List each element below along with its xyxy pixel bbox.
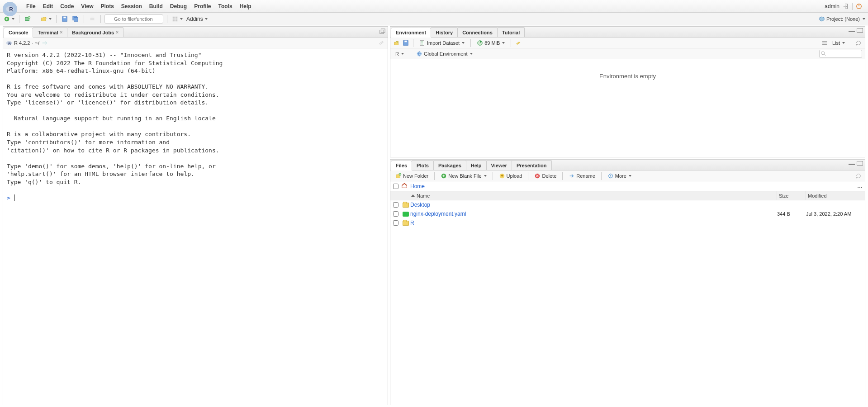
save-button[interactable]	[60, 14, 69, 24]
print-button[interactable]	[88, 14, 97, 24]
delete-button[interactable]: Delete	[532, 172, 559, 180]
open-wd-icon[interactable]	[41, 39, 48, 47]
minimize-icon[interactable]	[849, 164, 855, 165]
more-button[interactable]: More	[605, 172, 634, 180]
goto-input[interactable]	[104, 14, 163, 24]
menu-code[interactable]: Code	[57, 1, 77, 11]
env-scope-select[interactable]: Global Environment	[414, 50, 475, 57]
memory-usage-button[interactable]: 89 MiB	[474, 39, 507, 47]
close-icon[interactable]: ×	[116, 30, 119, 35]
select-all-checkbox[interactable]	[393, 184, 398, 189]
svg-rect-10	[74, 17, 78, 21]
save-all-button[interactable]	[71, 14, 80, 24]
tab-environment[interactable]: Environment	[391, 28, 431, 38]
col-size[interactable]: Size	[777, 191, 806, 200]
env-tabstrip: EnvironmentHistoryConnectionsTutorial	[390, 27, 865, 38]
menu-help[interactable]: Help	[236, 1, 255, 11]
home-icon[interactable]	[401, 182, 408, 190]
breadcrumb-home[interactable]: Home	[410, 183, 425, 189]
new-project-button[interactable]	[23, 14, 32, 24]
clear-env-icon[interactable]	[515, 39, 522, 47]
clear-console-icon[interactable]	[378, 39, 385, 47]
save-workspace-icon[interactable]	[402, 39, 409, 47]
env-lang-select[interactable]: R	[393, 51, 406, 57]
env-search[interactable]	[819, 50, 862, 58]
path-more-icon[interactable]: …	[857, 183, 863, 189]
tab-background-jobs[interactable]: Background Jobs×	[67, 27, 123, 37]
files-breadcrumb: Home …	[390, 181, 865, 191]
close-icon[interactable]: ×	[60, 30, 62, 35]
working-dir-label: ~/	[35, 40, 39, 46]
files-tabstrip: FilesPlotsPackagesHelpViewerPresentation	[390, 160, 865, 170]
svg-rect-14	[175, 16, 177, 18]
file-link[interactable]: Desktop	[410, 202, 430, 208]
project-indicator[interactable]: Project: (None)	[819, 16, 865, 22]
signout-icon[interactable]	[842, 3, 849, 10]
open-file-button[interactable]	[40, 14, 52, 24]
file-checkbox[interactable]	[393, 211, 398, 217]
rstudio-logo: R	[3, 2, 17, 16]
tab-tutorial[interactable]: Tutorial	[497, 27, 525, 37]
env-scope-bar: R Global Environment	[390, 48, 865, 59]
col-modified[interactable]: Modified	[806, 191, 865, 200]
new-folder-button[interactable]: New Folder	[393, 172, 431, 180]
svg-rect-18	[381, 29, 385, 33]
menu-tools[interactable]: Tools	[215, 1, 236, 11]
tab-plots[interactable]: Plots	[412, 160, 434, 170]
tab-history[interactable]: History	[431, 27, 458, 37]
svg-rect-17	[380, 30, 384, 34]
file-link[interactable]: R	[410, 220, 414, 226]
tab-help[interactable]: Help	[466, 160, 487, 170]
tab-viewer[interactable]: Viewer	[486, 160, 512, 170]
file-checkbox[interactable]	[393, 202, 398, 208]
upload-button[interactable]: Upload	[497, 172, 525, 180]
yaml-file-icon	[403, 212, 409, 217]
file-list: Desktopnginx-deployment.yaml344 BJul 3, …	[390, 200, 865, 405]
svg-point-33	[610, 175, 612, 176]
load-workspace-icon[interactable]	[393, 39, 400, 47]
refresh-env-icon[interactable]	[855, 39, 862, 47]
rename-button[interactable]: Rename	[566, 172, 598, 180]
env-toolbar: Import Dataset 89 MiB List	[390, 38, 865, 48]
import-dataset-button[interactable]: Import Dataset	[417, 39, 467, 47]
file-row[interactable]: R	[390, 218, 865, 227]
svg-line-27	[824, 54, 826, 56]
tab-packages[interactable]: Packages	[433, 160, 466, 170]
menu-edit[interactable]: Edit	[39, 1, 57, 11]
power-icon[interactable]	[855, 3, 863, 10]
menu-build[interactable]: Build	[146, 1, 166, 11]
pane-detach-icon[interactable]	[379, 28, 386, 35]
svg-rect-22	[404, 40, 407, 42]
svg-text:R: R	[9, 6, 13, 12]
menu-plots[interactable]: Plots	[97, 1, 117, 11]
menubar: R FileEditCodeViewPlotsSessionBuildDebug…	[0, 0, 868, 13]
file-checkbox[interactable]	[393, 220, 398, 226]
console-output[interactable]: R version 4.2.2 (2022-10-31) -- "Innocen…	[3, 48, 388, 405]
maximize-icon[interactable]	[857, 28, 863, 33]
goto-file-function[interactable]	[104, 14, 163, 24]
tab-files[interactable]: Files	[391, 161, 412, 170]
col-name[interactable]: Name	[401, 191, 777, 200]
menu-profile[interactable]: Profile	[190, 1, 214, 11]
tab-presentation[interactable]: Presentation	[512, 160, 552, 170]
env-view-mode[interactable]: List	[830, 40, 847, 46]
tab-connections[interactable]: Connections	[457, 27, 498, 37]
file-row[interactable]: nginx-deployment.yaml344 BJul 3, 2022, 2…	[390, 209, 865, 218]
menu-session[interactable]: Session	[118, 1, 146, 11]
file-link[interactable]: nginx-deployment.yaml	[410, 211, 466, 217]
menu-view[interactable]: View	[77, 1, 97, 11]
list-view-icon[interactable]	[821, 39, 828, 47]
file-row[interactable]: Desktop	[390, 200, 865, 209]
svg-rect-12	[91, 16, 93, 18]
addins-button[interactable]: Addins	[185, 14, 209, 24]
tab-console[interactable]: Console	[4, 28, 33, 38]
new-blank-file-button[interactable]: New Blank File	[438, 172, 489, 180]
svg-rect-15	[173, 19, 175, 21]
grid-button[interactable]	[171, 14, 184, 24]
menu-file[interactable]: File	[23, 1, 39, 11]
menu-debug[interactable]: Debug	[166, 1, 190, 11]
minimize-icon[interactable]	[849, 31, 855, 32]
refresh-files-icon[interactable]	[855, 172, 862, 180]
tab-terminal[interactable]: Terminal×	[33, 27, 67, 37]
maximize-icon[interactable]	[857, 161, 863, 166]
